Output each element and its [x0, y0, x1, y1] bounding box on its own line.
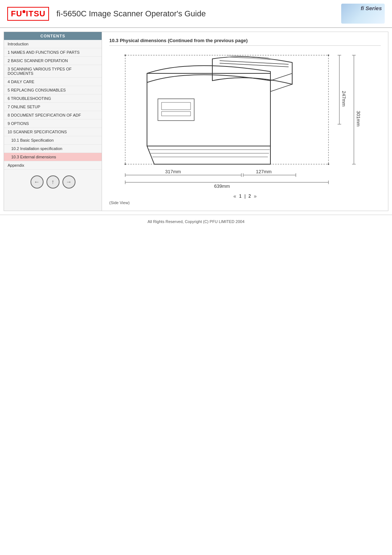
page-prev-button[interactable]: «: [233, 193, 236, 199]
page-title: fi-5650C Image Scanner Operator's Guide: [56, 9, 205, 19]
pagination: « 1 | 2 »: [109, 193, 381, 199]
sidebar-item-appendix[interactable]: Appendix: [4, 161, 102, 170]
sidebar-item-daily-care[interactable]: 4 DAILY CARE: [4, 78, 102, 86]
sidebar-item-names-parts[interactable]: 1 NAMES AND FUNCTIONS OF PARTS: [4, 48, 102, 57]
svg-point-5: [328, 54, 329, 56]
page-separator: |: [244, 194, 245, 199]
page-number-1: 1: [239, 194, 242, 199]
nav-up-button[interactable]: ↑: [46, 175, 60, 189]
nav-forward-button[interactable]: →: [62, 175, 75, 189]
svg-rect-16: [162, 112, 191, 116]
page-header: FUITSU fi-5650C Image Scanner Operator's…: [0, 0, 392, 28]
fi-series-label: fi Series: [361, 5, 382, 11]
page-number-2: 2: [249, 194, 251, 199]
svg-text:127mm: 127mm: [256, 169, 271, 174]
svg-text:639mm: 639mm: [214, 183, 230, 189]
sidebar-item-options[interactable]: 9 OPTIONS: [4, 119, 102, 128]
sidebar-item-scanning-docs[interactable]: 3 SCANNING VARIOUS TYPES OF DOCUMENTS: [4, 65, 102, 78]
sidebar-item-consumables[interactable]: 5 REPLACING CONSUMABLES: [4, 86, 102, 94]
fi-series-logo-area: fi Series: [341, 4, 385, 24]
svg-point-7: [328, 163, 329, 165]
sidebar-item-ext-dim[interactable]: 10.3 External dimensions: [4, 153, 102, 161]
sidebar-item-online-setup[interactable]: 7 ONLINE SETUP: [4, 103, 102, 111]
header-left: FUITSU fi-5650C Image Scanner Operator's…: [7, 7, 206, 21]
logo-text: FUITSU: [11, 9, 45, 19]
sidebar-item-troubleshooting[interactable]: 6 TROUBLESHOOTING: [4, 94, 102, 103]
svg-text:317mm: 317mm: [165, 169, 181, 174]
diagram-container: 247mm 301mm 317mm 127mm: [109, 52, 381, 190]
sidebar: CONTENTS Introduction 1 NAMES AND FUNCTI…: [4, 32, 102, 211]
nav-back-button[interactable]: ←: [30, 175, 44, 189]
sidebar-item-basic-spec[interactable]: 10.1 Basic Specification: [4, 136, 102, 145]
page-next-button[interactable]: »: [254, 193, 257, 199]
svg-text:301mm: 301mm: [356, 111, 361, 126]
contents-header: CONTENTS: [4, 32, 102, 40]
svg-rect-15: [162, 102, 191, 110]
sidebar-item-doc-spec[interactable]: 8 DOCUMENT SPECIFICATION OF ADF: [4, 111, 102, 119]
footer-text: All Rights Reserved, Copyright (C) PFU L…: [147, 219, 244, 224]
main-layout: CONTENTS Introduction 1 NAMES AND FUNCTI…: [4, 32, 388, 211]
sidebar-nav: ← ↑ →: [4, 170, 102, 194]
fujitsu-logo: FUITSU: [7, 7, 49, 21]
scanner-diagram: 247mm 301mm 317mm 127mm: [109, 52, 381, 190]
side-view-label: (Side View): [109, 200, 381, 205]
sidebar-item-scanner-specs[interactable]: 10 SCANNER SPECIFICATIONS: [4, 128, 102, 136]
content-area: 10.3 Physical dimensions (Continued from…: [102, 32, 388, 211]
svg-text:247mm: 247mm: [341, 91, 347, 106]
content-heading: 10.3 Physical dimensions (Continued from…: [109, 38, 381, 46]
svg-rect-17: [274, 73, 318, 146]
svg-point-4: [124, 54, 126, 56]
sidebar-item-introduction[interactable]: Introduction: [4, 40, 102, 48]
footer: All Rights Reserved, Copyright (C) PFU L…: [0, 215, 392, 228]
sidebar-item-basic-scanner[interactable]: 2 BASIC SCANNER OPERATION: [4, 57, 102, 65]
sidebar-item-install-spec[interactable]: 10.2 Installation specification: [4, 145, 102, 153]
svg-point-6: [124, 163, 126, 165]
